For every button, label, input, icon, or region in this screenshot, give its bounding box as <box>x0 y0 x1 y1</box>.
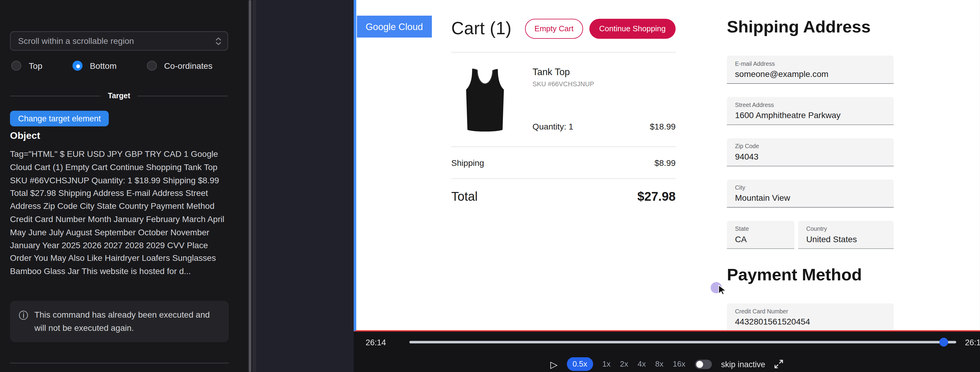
play-button[interactable]: ▷ <box>550 359 558 369</box>
radio-bottom-label: Bottom <box>90 61 116 70</box>
info-icon: ⓘ <box>19 308 28 334</box>
shipping-price: $8.99 <box>654 158 676 168</box>
radio-bottom[interactable]: Bottom <box>72 61 116 70</box>
brand-badge[interactable]: Google Cloud <box>357 16 432 38</box>
shipping-row: Shipping $8.99 <box>451 158 676 168</box>
player-bar: 26:14 26:1 ▷ 0.5x 1x 2x 4x 8x 16x skip i… <box>354 331 980 372</box>
timeline-slider[interactable] <box>409 341 956 343</box>
executed-notice: ⓘ This command has already been executed… <box>10 301 229 342</box>
radio-top-dot[interactable] <box>11 61 21 70</box>
speed-8x[interactable]: 8x <box>655 360 663 369</box>
field-label: E-mail Address <box>735 60 886 67</box>
state-field[interactable]: State CA <box>727 221 794 249</box>
end-time: 26:1 <box>965 338 980 347</box>
cursor-icon <box>718 284 727 298</box>
state-country-row: State CA Country United States <box>727 221 894 262</box>
cart-header: Cart (1) Empty Cart Continue Shopping <box>451 19 676 39</box>
field-value: 4432801561520454 <box>735 317 886 326</box>
field-value: 94043 <box>735 152 886 161</box>
country-field[interactable]: Country United States <box>798 221 894 249</box>
fullscreen-icon[interactable] <box>775 360 783 369</box>
command-sidebar: Scroll within a scrollable region Top Bo… <box>0 0 247 372</box>
checkout-form: Shipping Address E-mail Address someone@… <box>727 18 894 330</box>
street-address-field[interactable]: Street Address 1600 Amphitheatre Parkway <box>727 97 894 125</box>
radio-coordinates[interactable]: Co-ordinates <box>146 61 212 70</box>
change-target-button[interactable]: Change target element <box>10 110 109 126</box>
executed-notice-text: This command has already been executed a… <box>34 308 220 334</box>
scroll-position-radio-group: Top Bottom Co-ordinates <box>11 61 212 70</box>
field-label: Street Address <box>735 101 886 108</box>
speed-4x[interactable]: 4x <box>638 360 646 369</box>
field-label: State <box>735 225 786 232</box>
speed-0-5x[interactable]: 0.5x <box>567 357 593 371</box>
target-section-label: Target <box>108 91 130 100</box>
field-value: United States <box>806 235 885 244</box>
cart-title: Cart (1) <box>451 19 512 39</box>
skip-inactive-toggle[interactable] <box>695 359 711 369</box>
app-root: Scroll within a scrollable region Top Bo… <box>0 0 980 372</box>
current-time: 26:14 <box>366 338 386 347</box>
field-value: CA <box>735 235 786 244</box>
object-dump-text: Tag="HTML" $ EUR USD JPY GBP TRY CAD 1 G… <box>10 148 229 278</box>
field-value: 1600 Amphitheatre Parkway <box>735 110 886 120</box>
field-label: Zip Code <box>735 143 886 150</box>
target-section-divider: Target <box>10 91 228 100</box>
continue-shopping-button[interactable]: Continue Shopping <box>589 19 676 39</box>
cart-divider <box>451 178 676 179</box>
skip-inactive-label: skip inactive <box>721 359 765 369</box>
panel-resize-handle[interactable] <box>253 0 256 372</box>
object-heading: Object <box>10 130 40 141</box>
field-label: City <box>735 184 886 191</box>
sidebar-bottom-divider <box>10 363 229 363</box>
timeline-thumb[interactable] <box>939 338 948 346</box>
product-quantity: Quantity: 1 <box>533 122 573 131</box>
command-type-select[interactable]: Scroll within a scrollable region <box>10 31 228 51</box>
divider-line <box>10 95 100 96</box>
speed-16x[interactable]: 16x <box>673 360 686 369</box>
email-field[interactable]: E-mail Address someone@example.com <box>727 56 894 84</box>
field-value: Mountain View <box>735 193 886 203</box>
radio-coordinates-label: Co-ordinates <box>164 61 213 70</box>
product-price: $18.99 <box>650 122 676 131</box>
credit-card-number-field[interactable]: Credit Card Number 4432801561520454 <box>727 303 894 330</box>
empty-cart-button[interactable]: Empty Cart <box>525 19 583 39</box>
cart-divider <box>451 52 676 53</box>
cart-item-qty-price: Quantity: 1 $18.99 <box>533 122 676 134</box>
cart-divider <box>451 146 676 147</box>
command-type-value: Scroll within a scrollable region <box>18 36 134 46</box>
radio-top-label: Top <box>29 61 42 70</box>
field-value: someone@example.com <box>735 69 886 79</box>
divider-line <box>138 95 228 96</box>
radio-coordinates-dot[interactable] <box>146 61 156 70</box>
total-row: Total $27.98 <box>451 190 676 204</box>
city-field[interactable]: City Mountain View <box>727 179 894 208</box>
product-image[interactable] <box>451 66 519 134</box>
tank-top-image <box>451 66 519 134</box>
field-label: Country <box>806 225 885 232</box>
cart-actions: Empty Cart Continue Shopping <box>525 19 676 39</box>
cart-section: Cart (1) Empty Cart Continue Shopping <box>451 19 676 204</box>
select-chevrons-icon <box>216 37 221 45</box>
replay-viewport: Google Cloud Cart (1) Empty Cart Continu… <box>354 0 980 331</box>
sidebar-scrollbar-track[interactable] <box>247 0 253 372</box>
shipping-address-heading: Shipping Address <box>727 18 894 37</box>
cart-item-info: Tank Top SKU #66VCHSJNUP Quantity: 1 $18… <box>533 66 676 134</box>
replay-stage-background <box>256 0 354 372</box>
cart-item-row: Tank Top SKU #66VCHSJNUP Quantity: 1 $18… <box>451 66 676 134</box>
speed-2x[interactable]: 2x <box>620 360 628 369</box>
shop-page: Google Cloud Cart (1) Empty Cart Continu… <box>356 0 980 330</box>
zip-code-field[interactable]: Zip Code 94043 <box>727 138 894 166</box>
product-name: Tank Top <box>533 66 676 77</box>
product-sku: SKU #66VCHSJNUP <box>533 80 676 88</box>
total-label: Total <box>451 190 478 204</box>
shipping-label: Shipping <box>451 158 484 168</box>
speed-1x[interactable]: 1x <box>602 360 610 369</box>
radio-bottom-dot[interactable] <box>72 61 82 70</box>
payment-method-heading: Payment Method <box>727 265 894 285</box>
field-label: Credit Card Number <box>735 308 886 315</box>
total-price: $27.98 <box>638 190 676 204</box>
radio-top[interactable]: Top <box>11 61 42 70</box>
sidebar-scrollbar-thumb[interactable] <box>248 0 251 372</box>
playback-controls: ▷ 0.5x 1x 2x 4x 8x 16x skip inactive <box>354 357 980 371</box>
